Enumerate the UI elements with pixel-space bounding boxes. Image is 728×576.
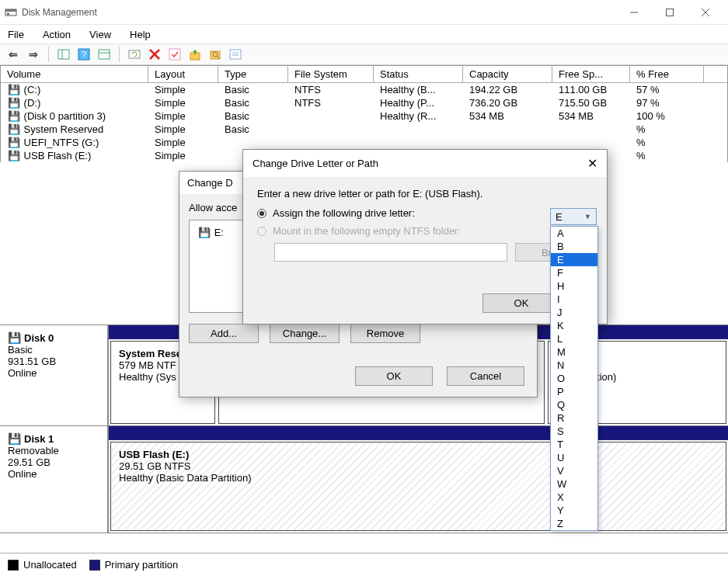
drive-letter-option[interactable]: O [551,372,597,385]
properties-icon[interactable] [227,46,244,63]
svg-text:?: ? [82,50,86,59]
disk1-label: Disk 1 [24,433,54,445]
volume-table: Volume Layout Type File System Status Ca… [0,65,728,162]
modal2-instruction: Enter a new drive letter or path for E: … [257,188,593,200]
drive-letter-option[interactable]: K [551,319,597,332]
drive-letter-option[interactable]: Z [551,517,597,530]
drive-letter-option[interactable]: W [551,477,597,491]
drive-letter-option[interactable]: V [551,464,597,477]
drive-letter-select[interactable]: E ▼ [550,208,597,225]
drive-letter-option[interactable]: S [551,425,597,438]
col-volume[interactable]: Volume [1,66,148,83]
app-icon [5,6,17,19]
drive-letter-option[interactable]: R [551,411,597,425]
opt-assign-label: Assign the following drive letter: [273,207,415,219]
svg-rect-16 [169,49,180,60]
table-row[interactable]: 💾 (D:)SimpleBasicNTFSHealthy (P...736.20… [1,96,727,109]
legend-primary: Primary partition [105,559,179,571]
col-type[interactable]: Type [218,66,288,83]
table-row[interactable]: 💾 (C:)SimpleBasicNTFSHealthy (B...194.22… [1,83,727,96]
delete-icon[interactable] [146,46,163,63]
col-capacity[interactable]: Capacity [463,66,552,83]
disk1-stripe [109,426,728,440]
svg-rect-2 [7,13,9,15]
refresh-icon[interactable] [126,46,143,63]
upload-icon[interactable] [186,46,204,63]
drive-letter-option[interactable]: X [551,491,597,504]
svg-rect-21 [230,50,241,59]
drive-letter-option[interactable]: F [551,266,597,279]
legend: Unallocated Primary partition [0,553,728,576]
legend-unallocated: Unallocated [23,559,77,571]
drive-letter-listbox[interactable]: ABEFHIJKLMNOPQRSTUVWXYZ [550,226,598,531]
disk0-type: Basic [8,344,99,356]
disk1-size: 29.51 GB [8,456,99,468]
swatch-primary [89,560,100,571]
drive-letter-option[interactable]: T [551,438,597,451]
swatch-unallocated [8,560,19,571]
modal2-title: Change Drive Letter or Path [253,158,378,169]
col-free[interactable]: Free Sp... [552,66,630,83]
search-icon[interactable] [207,46,224,63]
change-button[interactable]: Change... [270,324,340,343]
drive-letter-option[interactable]: J [551,306,597,319]
add-button[interactable]: Add... [189,324,259,343]
disk1-type: Removable [8,445,99,456]
table-row[interactable]: 💾 UEFI_NTFS (G:)Simple% [1,136,727,149]
col-fs[interactable]: File System [288,66,374,83]
drive-letter-option[interactable]: L [551,332,597,345]
window-title: Disk Management [22,7,97,18]
drive-letter-option[interactable]: E [551,253,597,266]
table-row[interactable]: 💾 (Disk 0 partition 3)SimpleBasicHealthy… [1,109,727,123]
disk0-size: 931.51 GB [8,356,99,367]
p0-1-l3: Healthy (Sys [119,371,176,383]
drive-letter-option[interactable]: B [551,240,597,253]
disk1-state: Online [8,468,99,480]
help-icon[interactable]: ? [75,46,92,63]
table-row[interactable]: 💾 System ReservedSimpleBasic% [1,123,727,136]
drive-letter-option[interactable]: Q [551,398,597,411]
properties-icon-2[interactable] [96,46,113,63]
modal2-ok-button[interactable]: OK [482,293,560,313]
menu-action[interactable]: Action [43,29,71,40]
close-icon[interactable]: ✕ [587,156,597,171]
partition-usb[interactable]: USB Flash (E:) 29.51 GB NTFS Healthy (Ba… [110,442,726,531]
titlebar: Disk Management [0,0,728,25]
remove-button[interactable]: Remove [350,324,420,343]
col-layout[interactable]: Layout [148,66,218,83]
maximize-button[interactable] [652,1,688,24]
svg-rect-11 [99,50,110,59]
back-icon[interactable]: ⇐ [5,46,22,63]
drive-letter-option[interactable]: I [551,293,597,306]
drive-letter-option[interactable]: H [551,279,597,293]
modal1-ok-button[interactable]: OK [355,366,433,386]
menu-file[interactable]: File [8,29,24,40]
drive-letter-option[interactable]: U [551,451,597,464]
mount-path-input [274,243,507,262]
drive-letter-option[interactable]: M [551,345,597,359]
menu-help[interactable]: Help [130,29,151,40]
check-icon[interactable] [166,46,183,63]
col-tail [704,66,727,83]
drive-letter-option[interactable]: A [551,227,597,240]
drive-icon: 💾 [197,227,211,238]
close-button[interactable] [688,1,723,24]
col-status[interactable]: Status [374,66,463,83]
console-tree-icon[interactable] [55,46,72,63]
disk-icon: 💾 [8,432,21,445]
radio-mount [257,227,266,236]
p1-1-l3: Healthy (Basic Data Partition) [119,472,252,484]
modal1-cancel-button[interactable]: Cancel [447,366,524,386]
p1-1-l2: 29.51 GB NTFS [119,460,190,472]
drive-letter-option[interactable]: N [551,359,597,372]
svg-rect-4 [667,9,674,16]
minimize-button[interactable] [616,1,652,24]
drive-letter-option[interactable]: Y [551,504,597,517]
radio-assign[interactable] [257,209,266,218]
opt-mount-label: Mount in the following empty NTFS folder… [273,225,461,237]
menu-view[interactable]: View [89,29,111,40]
col-pct[interactable]: % Free [630,66,704,83]
forward-icon[interactable]: ⇒ [25,46,42,63]
drive-letter-option[interactable]: P [551,385,597,398]
toolbar: ⇐ ⇒ ? [0,43,728,65]
